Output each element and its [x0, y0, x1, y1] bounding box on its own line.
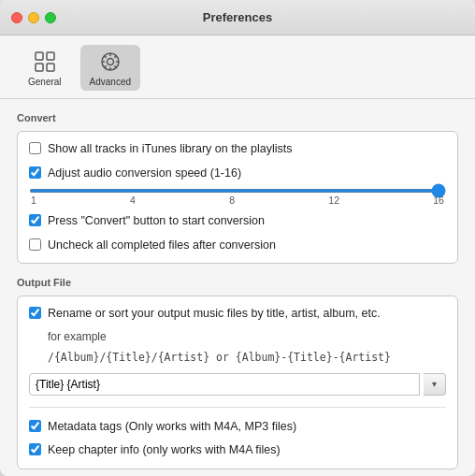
svg-rect-2 — [47, 52, 54, 60]
slider-labels: 1 4 8 12 16 — [29, 195, 446, 206]
slider-label-8: 8 — [229, 195, 235, 206]
rename-checkbox[interactable] — [29, 307, 41, 319]
format-dropdown-button[interactable]: ▾ — [424, 373, 446, 396]
example-path: /{Album}/{Title}/{Artist} or {Album}-{Ti… — [48, 351, 446, 364]
slider-label-12: 12 — [328, 195, 339, 206]
general-icon — [32, 49, 58, 75]
press-convert-checkbox[interactable] — [29, 214, 41, 226]
slider-label-1: 1 — [31, 195, 36, 206]
show-tracks-checkbox[interactable] — [29, 142, 41, 154]
output-title: Output File — [17, 277, 458, 288]
metadata-label[interactable]: Metadata tags (Only works with M4A, MP3 … — [48, 419, 296, 436]
advanced-tab[interactable]: Advanced — [80, 45, 140, 91]
preferences-window: Preferences General — [0, 0, 475, 476]
metadata-checkbox[interactable] — [29, 420, 41, 432]
close-button[interactable] — [11, 12, 22, 23]
svg-rect-3 — [47, 64, 54, 71]
press-convert-label[interactable]: Press "Convert" button to start conversi… — [48, 213, 265, 230]
show-tracks-label[interactable]: Show all tracks in iTunes library on the… — [48, 141, 292, 158]
svg-rect-1 — [36, 64, 43, 71]
uncheck-completed-label[interactable]: Uncheck all completed files after conver… — [48, 238, 276, 254]
press-convert-row: Press "Convert" button to start conversi… — [29, 213, 446, 230]
divider — [29, 407, 446, 408]
minimize-button[interactable] — [28, 12, 39, 23]
input-row: ▾ — [29, 373, 446, 396]
chapter-row: Keep chapter info (only works with M4A f… — [29, 442, 446, 459]
general-tab[interactable]: General — [19, 45, 71, 91]
adjust-audio-checkbox[interactable] — [29, 166, 41, 179]
chapter-checkbox[interactable] — [29, 443, 41, 455]
chevron-down-icon: ▾ — [432, 379, 437, 389]
slider-label-4: 4 — [130, 195, 136, 206]
maximize-button[interactable] — [45, 12, 56, 23]
chapter-label[interactable]: Keep chapter info (only works with M4A f… — [48, 442, 281, 459]
title-bar: Preferences — [0, 0, 475, 36]
traffic-lights — [11, 12, 56, 23]
output-box: Rename or sort your output music files b… — [17, 296, 458, 469]
rename-label[interactable]: Rename or sort your output music files b… — [48, 306, 381, 323]
svg-point-5 — [107, 59, 113, 65]
convert-box: Show all tracks in iTunes library on the… — [17, 131, 458, 264]
advanced-icon — [97, 49, 123, 75]
svg-line-12 — [114, 56, 116, 58]
metadata-row: Metadata tags (Only works with M4A, MP3 … — [29, 419, 446, 436]
general-label: General — [28, 77, 62, 87]
format-input[interactable] — [29, 373, 420, 396]
output-section: Output File Rename or sort your output m… — [17, 277, 458, 469]
window-title: Preferences — [203, 10, 272, 24]
uncheck-completed-row: Uncheck all completed files after conver… — [29, 238, 446, 254]
show-tracks-row: Show all tracks in iTunes library on the… — [29, 141, 446, 158]
svg-line-11 — [114, 65, 116, 67]
convert-section: Convert Show all tracks in iTunes librar… — [17, 112, 458, 264]
slider-label-16: 16 — [433, 195, 444, 206]
advanced-label: Advanced — [90, 77, 131, 87]
speed-slider[interactable] — [29, 189, 446, 193]
adjust-audio-label[interactable]: Adjust audio conversion speed (1-16) — [48, 166, 241, 182]
for-example-text: for example — [48, 330, 446, 343]
content-area: Convert Show all tracks in iTunes librar… — [0, 99, 475, 476]
uncheck-completed-checkbox[interactable] — [29, 238, 41, 251]
svg-line-10 — [104, 56, 106, 58]
slider-row: 1 4 8 12 16 — [29, 189, 446, 206]
svg-line-13 — [104, 65, 106, 67]
svg-rect-0 — [36, 52, 43, 60]
rename-row: Rename or sort your output music files b… — [29, 306, 446, 323]
adjust-audio-row: Adjust audio conversion speed (1-16) — [29, 166, 446, 182]
convert-title: Convert — [17, 112, 458, 123]
toolbar: General Advanced — [0, 36, 475, 99]
